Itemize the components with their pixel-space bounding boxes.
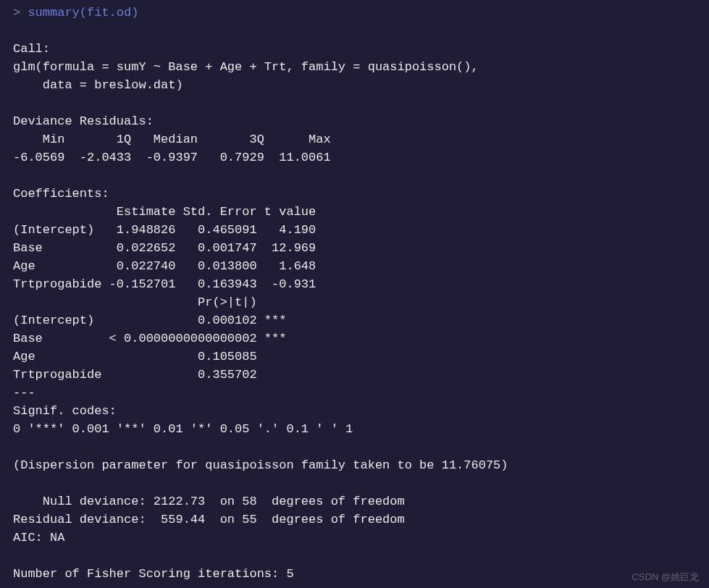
watermark: CSDN @姚巨龙	[632, 570, 699, 584]
coef-pval-trt: Trtprogabide 0.355702	[13, 368, 286, 382]
coef-age: Age 0.022740 0.013800 1.648	[13, 259, 316, 273]
dev-resid-cols: Min 1Q Median 3Q Max	[13, 133, 345, 146]
separator: ---	[13, 386, 35, 400]
signif-codes: 0 '***' 0.001 '**' 0.01 '*' 0.05 '.' 0.1…	[13, 422, 353, 436]
coef-intercept: (Intercept) 1.948826 0.465091 4.190	[13, 223, 316, 237]
prompt-char: >	[13, 6, 20, 20]
coef-trt: Trtprogabide -0.152701 0.163943 -0.931	[13, 277, 316, 291]
coef-pval-header: Pr(>|t|)	[13, 295, 286, 309]
dev-resid-vals: -6.0569 -2.0433 -0.9397 0.7929 11.0061	[13, 151, 345, 164]
coef-pval-age: Age 0.105085	[13, 350, 286, 364]
coef-pval-base: Base < 0.0000000000000002 ***	[13, 332, 286, 345]
aic: AIC: NA	[13, 531, 64, 545]
fisher-iterations: Number of Fisher Scoring iterations: 5	[13, 567, 294, 581]
call-line1: glm(formula = sumY ~ Base + Age + Trt, f…	[13, 60, 486, 74]
coef-header: Coefficients:	[13, 187, 109, 201]
resid-deviance: Residual deviance: 559.44 on 55 degrees …	[13, 513, 405, 526]
coef-cols: Estimate Std. Error t value	[13, 205, 316, 219]
command-text[interactable]: summary(fit.od)	[28, 6, 138, 20]
coef-pval-intercept: (Intercept) 0.000102 ***	[13, 314, 286, 327]
dev-resid-header: Deviance Residuals:	[13, 114, 161, 128]
call-header: Call:	[13, 42, 50, 56]
dispersion: (Dispersion parameter for quasipoisson f…	[13, 458, 508, 472]
null-deviance: Null deviance: 2122.73 on 58 degrees of …	[13, 495, 405, 508]
call-line2: data = breslow.dat)	[13, 78, 183, 92]
coef-base: Base 0.022652 0.001747 12.969	[13, 241, 316, 255]
signif-header: Signif. codes:	[13, 404, 131, 418]
